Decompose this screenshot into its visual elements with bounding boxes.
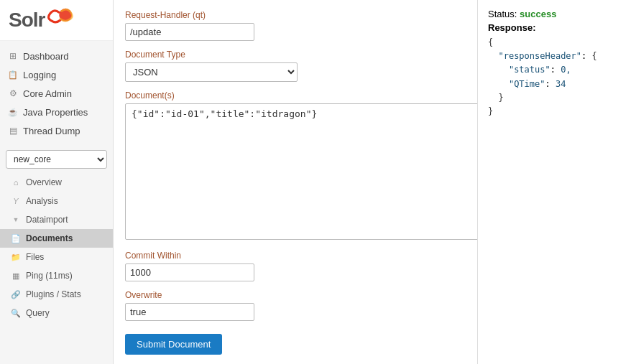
sidebar-item-logging[interactable]: Logging [0, 65, 113, 84]
core-nav-ping-label: Ping (11ms) [26, 271, 73, 281]
request-handler-input[interactable] [125, 23, 254, 41]
core-nav-overview[interactable]: Overview [0, 173, 113, 192]
main-content: Request-Handler (qt) Document Type JSON … [114, 0, 636, 364]
response-area: Status: success Response: { "responseHea… [478, 0, 636, 364]
core-nav-ping[interactable]: Ping (11ms) [0, 266, 113, 285]
documents-label: Document(s) [125, 90, 466, 101]
submit-document-button[interactable]: Submit Document [125, 334, 222, 355]
request-handler-group: Request-Handler (qt) [125, 10, 466, 41]
core-nav-files-label: Files [26, 252, 44, 262]
core-nav-documents-label: Documents [26, 233, 73, 243]
commit-within-group: Commit Within [125, 251, 466, 281]
core-nav-plugins-label: Plugins / Stats [26, 289, 81, 299]
main-nav: Dashboard Logging Core Admin Java Proper… [0, 41, 113, 146]
document-type-group: Document Type JSON XML CSV [125, 50, 466, 82]
overwrite-label: Overwrite [125, 290, 466, 300]
overwrite-group: Overwrite [125, 290, 466, 321]
core-nav-dataimport-label: Dataimport [26, 215, 68, 225]
core-nav-analysis[interactable]: Analysis [0, 192, 113, 210]
documents-group: Document(s) [125, 90, 466, 242]
documents-icon [10, 233, 22, 244]
core-nav-query[interactable]: Query [0, 304, 113, 322]
core-nav-files[interactable]: Files [0, 248, 113, 266]
core-nav: Overview Analysis Dataimport Documents F… [0, 173, 113, 322]
sidebar-item-javaprops[interactable]: Java Properties [0, 103, 113, 121]
sidebar-item-javaprops-label: Java Properties [23, 107, 88, 118]
javaprops-icon [7, 106, 19, 118]
logo-text: Solr [9, 9, 45, 32]
core-nav-analysis-label: Analysis [26, 196, 58, 206]
sidebar-item-threaddump[interactable]: Thread Dump [0, 121, 113, 140]
status-line: Status: success [488, 9, 626, 19]
threaddump-icon [7, 125, 19, 136]
document-type-label: Document Type [125, 50, 466, 60]
sidebar-item-threaddump-label: Thread Dump [23, 126, 80, 136]
files-icon [10, 251, 22, 263]
core-nav-documents[interactable]: Documents [0, 229, 113, 248]
analysis-icon [10, 195, 22, 207]
core-nav-dataimport[interactable]: Dataimport [0, 210, 113, 229]
core-nav-overview-label: Overview [26, 177, 62, 187]
response-json: { "responseHeader": { "status": 0, "QTim… [488, 36, 626, 118]
sidebar-item-coreadmin[interactable]: Core Admin [0, 84, 113, 103]
status-value: success [520, 9, 556, 19]
overwrite-input[interactable] [125, 303, 254, 321]
sidebar-item-coreadmin-label: Core Admin [23, 88, 72, 99]
core-nav-plugins[interactable]: Plugins / Stats [0, 285, 113, 304]
logging-icon [7, 69, 19, 80]
request-handler-label: Request-Handler (qt) [125, 10, 466, 20]
sidebar-item-dashboard[interactable]: Dashboard [0, 47, 113, 65]
plugins-icon [10, 289, 22, 300]
response-label: Response: [488, 22, 626, 33]
dataimport-icon [10, 214, 22, 225]
document-type-select[interactable]: JSON XML CSV [125, 62, 298, 82]
documents-textarea[interactable] [125, 103, 478, 240]
coreadmin-icon [7, 88, 19, 99]
commit-within-label: Commit Within [125, 251, 466, 261]
sidebar-item-logging-label: Logging [23, 70, 56, 80]
form-area: Request-Handler (qt) Document Type JSON … [114, 0, 478, 364]
dashboard-icon [7, 50, 19, 62]
logo-area: Solr [0, 0, 113, 41]
core-select[interactable]: new_core [6, 150, 107, 169]
overview-icon [10, 177, 22, 188]
logo-icon [47, 7, 73, 33]
core-nav-query-label: Query [26, 308, 50, 318]
commit-within-input[interactable] [125, 263, 254, 281]
sidebar-item-dashboard-label: Dashboard [23, 51, 69, 62]
core-selector[interactable]: new_core [6, 150, 107, 169]
query-icon [10, 307, 22, 319]
ping-icon [10, 270, 22, 281]
status-label: Status: [488, 9, 517, 19]
